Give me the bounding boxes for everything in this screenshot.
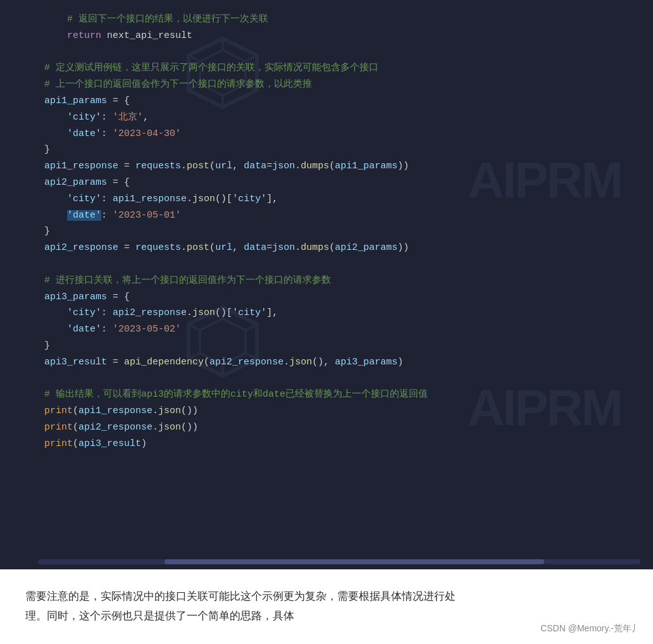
api3-date: 'date': '2023-05-02'	[0, 321, 653, 338]
scrollbar-thumb[interactable]	[165, 559, 544, 564]
scrollbar[interactable]	[38, 559, 640, 564]
api1-response: api1_response = requests.post(url, data=…	[0, 158, 653, 175]
comment-chain: # 定义测试用例链，这里只展示了两个接口的关联，实际情况可能包含多个接口	[0, 60, 653, 77]
code-line-return: # 返回下一个接口的结果，以便进行下一次关联	[0, 11, 653, 28]
print-1: print(api1_response.json())	[0, 403, 653, 419]
bottom-section: 需要注意的是，实际情况中的接口关联可能比这个示例更为复杂，需要根据具体情况进行处…	[0, 569, 653, 644]
code-section: AIPRM AIPRM # 返回下一个接口的结果，以便进行下一次关联 retur…	[0, 0, 653, 569]
aiprm-icon-1	[185, 35, 261, 111]
blank-3	[0, 371, 653, 387]
csdn-brand: CSDN @Memory.-荒年丿	[540, 623, 640, 635]
api3-params-open: api3_params = {	[0, 289, 653, 306]
aiprm-icon-2	[185, 304, 261, 380]
api1-params-open: api1_params = {	[0, 93, 653, 109]
api1-city: 'city': '北京',	[0, 109, 653, 126]
code-line-return-stmt: return next_api_result	[0, 28, 653, 44]
api2-response: api2_response = requests.post(url, data=…	[0, 240, 653, 256]
svg-marker-9	[200, 319, 246, 364]
api3-close: }	[0, 338, 653, 354]
bottom-text: 需要注意的是，实际情况中的接口关联可能比这个示例更为复杂，需要根据具体情况进行处…	[25, 587, 628, 626]
api2-date-highlight: 'date': '2023-05-01'	[0, 207, 653, 224]
api3-city: 'city': api2_response.json()['city'],	[0, 305, 653, 321]
api1-date: 'date': '2023-04-30'	[0, 126, 653, 142]
svg-marker-1	[200, 50, 246, 96]
api2-params-open: api2_params = {	[0, 175, 653, 191]
comment-chain2: # 上一个接口的返回值会作为下一个接口的请求参数，以此类推	[0, 77, 653, 93]
blank-1	[0, 44, 653, 61]
api2-close: }	[0, 223, 653, 240]
api1-close: }	[0, 142, 653, 158]
api3-result: api3_result = api_dependency(api2_respon…	[0, 354, 653, 371]
blank-2	[0, 256, 653, 273]
comment-api-chain: # 进行接口关联，将上一个接口的返回值作为下一个接口的请求参数	[0, 273, 653, 289]
api2-city: 'city': api1_response.json()['city'],	[0, 191, 653, 207]
print-2: print(api2_response.json())	[0, 419, 653, 436]
code-content: # 返回下一个接口的结果，以便进行下一次关联 return next_api_r…	[0, 6, 653, 452]
print-3: print(api3_result)	[0, 436, 653, 452]
comment-output: # 输出结果，可以看到api3的请求参数中的city和date已经被替换为上一个…	[0, 387, 653, 403]
